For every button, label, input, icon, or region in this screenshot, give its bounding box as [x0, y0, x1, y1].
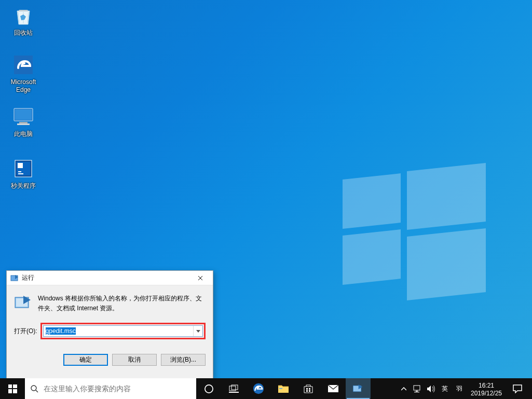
taskbar-search[interactable]	[25, 378, 196, 399]
search-input[interactable]	[44, 378, 196, 399]
task-view-icon	[229, 384, 239, 393]
close-button[interactable]	[189, 271, 212, 285]
svg-rect-2	[15, 109, 32, 120]
svg-rect-21	[309, 390, 310, 392]
run-dialog: 运行 Windows 将根据你所输入的名称，为你打开相应的程序、文件夹、文档或 …	[6, 270, 213, 379]
taskbar-clock[interactable]: 16:21 2019/12/25	[467, 380, 506, 397]
taskbar-app-run[interactable]	[346, 378, 371, 399]
network-icon	[413, 385, 422, 393]
folder-icon	[278, 383, 289, 394]
svg-rect-18	[306, 388, 308, 390]
icon-label: 回收站	[4, 29, 43, 37]
svg-rect-17	[279, 388, 282, 389]
ime-indicator-lang[interactable]: 英	[438, 384, 452, 393]
recycle-bin-icon	[12, 4, 35, 27]
tray-volume[interactable]	[424, 385, 438, 393]
windows-logo-icon	[8, 384, 17, 393]
svg-rect-24	[414, 386, 420, 390]
svg-rect-20	[306, 390, 308, 392]
search-icon	[25, 384, 44, 393]
edge-icon	[12, 53, 35, 76]
run-icon	[10, 274, 19, 282]
open-combobox[interactable]	[43, 325, 203, 337]
clock-date: 2019/12/25	[467, 390, 506, 397]
svg-rect-15	[229, 392, 239, 393]
svg-rect-7	[18, 163, 23, 168]
desktop-icon-edge[interactable]: Microsoft Edge	[4, 53, 43, 94]
dropdown-button[interactable]	[193, 326, 202, 336]
mail-icon	[328, 384, 339, 393]
svg-rect-25	[416, 391, 418, 392]
svg-point-12	[204, 384, 212, 392]
icon-label: Microsoft Edge	[4, 78, 43, 94]
browse-button[interactable]: 浏览(B)...	[161, 354, 206, 366]
taskbar-app-edge[interactable]	[246, 378, 271, 399]
notification-icon	[513, 384, 522, 393]
run-dialog-titlebar[interactable]: 运行	[7, 271, 213, 285]
desktop-icon-shutdown-app[interactable]: 秒关程序	[4, 157, 43, 190]
system-tray: 英 羽 16:21 2019/12/25	[397, 378, 532, 399]
icon-label: 此电脑	[4, 130, 43, 138]
task-view-button[interactable]	[221, 378, 246, 399]
open-input[interactable]	[44, 326, 193, 336]
taskbar-app-explorer[interactable]	[271, 378, 296, 399]
run-icon	[352, 383, 364, 394]
ime-indicator-mode[interactable]: 羽	[452, 384, 467, 393]
cortana-button[interactable]	[196, 378, 221, 399]
icon-label: 秒关程序	[4, 182, 43, 190]
desktop-icon-this-pc[interactable]: 此电脑	[4, 105, 43, 138]
svg-rect-3	[19, 122, 28, 123]
svg-rect-4	[17, 123, 30, 125]
action-center-button[interactable]	[506, 384, 529, 393]
taskbar: 英 羽 16:21 2019/12/25	[0, 378, 532, 399]
input-highlight-annotation	[40, 323, 206, 339]
open-label: 打开(O):	[14, 327, 37, 336]
run-dialog-title: 运行	[22, 273, 189, 282]
edge-icon	[252, 382, 265, 395]
taskmgr-icon	[12, 157, 35, 180]
store-icon	[303, 383, 313, 394]
speaker-icon	[427, 385, 435, 393]
run-dialog-description: Windows 将根据你所输入的名称，为你打开相应的程序、文件夹、文档或 Int…	[38, 294, 206, 313]
windows-logo-watermark	[343, 156, 488, 301]
cortana-icon	[204, 384, 214, 394]
run-icon-large	[14, 294, 32, 311]
clock-time: 16:21	[467, 382, 506, 390]
svg-rect-26	[414, 392, 419, 392]
this-pc-icon	[12, 105, 35, 128]
desktop[interactable]: 回收站 Microsoft Edge 此电脑	[0, 0, 532, 399]
svg-point-11	[31, 386, 36, 391]
start-button[interactable]	[0, 378, 25, 399]
chevron-up-icon	[401, 387, 406, 391]
svg-rect-19	[309, 388, 310, 390]
taskbar-app-mail[interactable]	[321, 378, 346, 399]
desktop-icon-recycle-bin[interactable]: 回收站	[4, 4, 43, 37]
cancel-button[interactable]: 取消	[112, 354, 157, 366]
taskbar-app-store[interactable]	[296, 378, 321, 399]
tray-network[interactable]	[411, 385, 424, 393]
svg-rect-13	[229, 386, 236, 391]
ok-button[interactable]: 确定	[63, 354, 108, 366]
svg-rect-14	[231, 385, 238, 390]
tray-overflow-button[interactable]	[397, 387, 411, 391]
